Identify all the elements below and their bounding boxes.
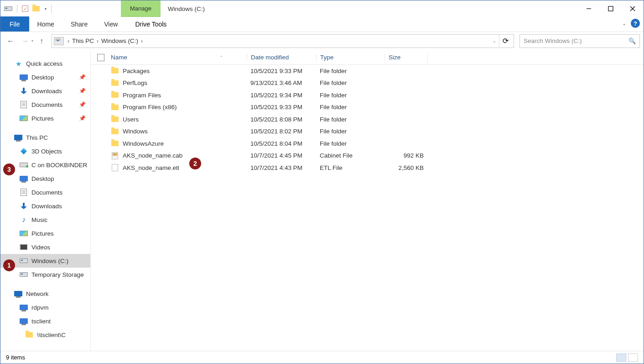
file-type: File folder <box>316 140 384 147</box>
file-type: File folder <box>316 128 384 135</box>
tree-label: Network <box>26 290 49 297</box>
file-tab[interactable]: File <box>0 16 29 32</box>
details-view-button[interactable] <box>616 353 626 362</box>
folder-icon <box>111 115 119 123</box>
tree-temporary-storage[interactable]: Temporary Storage <box>0 268 90 281</box>
tree-videos[interactable]: Videos <box>0 240 90 254</box>
column-name[interactable]: Name⌃ <box>111 54 247 61</box>
column-size[interactable]: Size <box>384 54 427 61</box>
breadcrumb-windows-c[interactable]: Windows (C:) <box>99 37 140 44</box>
tree-label: Windows (C:) <box>31 258 68 264</box>
tree-documents[interactable]: Documents <box>0 185 90 199</box>
file-type: File folder <box>316 104 384 111</box>
tree-downloads-qa[interactable]: Downloads 📌 <box>0 84 90 98</box>
breadcrumb-sep: › <box>67 38 70 44</box>
location-icon <box>54 37 64 45</box>
select-all-checkbox[interactable] <box>97 54 104 61</box>
ribbon: File Home Share View Drive Tools ⌄ ? <box>0 17 644 32</box>
file-name: WindowsAzure <box>123 140 164 147</box>
maximize-button[interactable] <box>600 0 622 17</box>
breadcrumb-sep[interactable]: › <box>96 38 99 44</box>
column-header: Name⌃ Date modified Type Size <box>91 50 644 65</box>
file-row[interactable]: Program Files (x86)10/5/2021 9:33 PMFile… <box>91 101 644 114</box>
tree-label: Music <box>31 216 47 223</box>
file-row[interactable]: PerfLogs9/13/2021 3:46 AMFile folder <box>91 77 644 90</box>
tree-this-pc[interactable]: This PC <box>0 131 90 144</box>
tab-share[interactable]: Share <box>62 16 96 32</box>
file-row[interactable]: AKS_node_name.cab10/7/2021 4:45 PMCabine… <box>91 150 644 162</box>
callout-1: 1 <box>3 259 15 271</box>
file-row[interactable]: Packages10/5/2021 9:33 PMFile folder <box>91 65 644 77</box>
file-name: Packages <box>123 68 150 74</box>
status-bar: 9 items <box>0 351 644 364</box>
tree-desktop[interactable]: Desktop <box>0 172 90 185</box>
drive-icon <box>20 270 28 279</box>
ribbon-expand-icon[interactable]: ⌄ <box>622 21 626 26</box>
history-dropdown-icon[interactable]: ▾ <box>31 39 33 43</box>
checkbox-icon[interactable]: ✓ <box>22 5 28 12</box>
column-type[interactable]: Type <box>316 54 384 61</box>
thumbnails-view-button[interactable] <box>628 353 638 362</box>
file-name: Program Files (x86) <box>123 104 177 111</box>
help-icon[interactable]: ? <box>631 19 640 28</box>
tree-label: Downloads <box>31 203 62 210</box>
minimize-button[interactable] <box>578 0 600 17</box>
tree-network[interactable]: Network <box>0 287 90 301</box>
breadcrumb-this-pc[interactable]: This PC <box>70 37 96 44</box>
tree-documents-qa[interactable]: Documents 📌 <box>0 98 90 111</box>
folder-icon[interactable] <box>32 5 40 13</box>
drive-icon[interactable] <box>4 5 12 13</box>
file-list-pane: Name⌃ Date modified Type Size Packages10… <box>91 50 644 352</box>
file-icon <box>111 164 119 172</box>
search-box[interactable]: 🔍 <box>519 34 640 48</box>
contextual-tab-manage[interactable]: Manage <box>121 0 161 17</box>
back-button[interactable]: ← <box>4 35 17 47</box>
titlebar: ✓ ▾ Manage Windows (C:) <box>0 0 644 17</box>
tree-tsclient-c[interactable]: \\tsclient\C <box>0 328 90 342</box>
file-row[interactable]: Program Files10/5/2021 9:34 PMFile folde… <box>91 89 644 101</box>
forward-button[interactable]: → <box>19 35 31 47</box>
file-type: File folder <box>316 79 384 86</box>
search-icon[interactable]: 🔍 <box>628 37 636 44</box>
file-row[interactable]: Users10/5/2021 8:08 PMFile folder <box>91 113 644 126</box>
document-icon <box>20 188 28 196</box>
file-row[interactable]: Windows10/5/2021 8:02 PMFile folder <box>91 126 644 138</box>
search-input[interactable] <box>524 37 628 44</box>
tree-music[interactable]: ♪Music <box>0 213 90 227</box>
tab-view[interactable]: View <box>96 16 126 32</box>
folder-icon <box>111 91 119 99</box>
download-icon <box>20 87 28 95</box>
file-type: File folder <box>316 116 384 123</box>
tree-rdpvm[interactable]: rdpvm <box>0 301 90 314</box>
breadcrumb-sep[interactable]: › <box>140 38 144 44</box>
refresh-button[interactable]: ⟳ <box>499 35 512 47</box>
computer-icon <box>20 303 28 311</box>
tree-quick-access[interactable]: ★ Quick access <box>0 57 90 70</box>
tree-tsclient[interactable]: tsclient <box>0 314 90 328</box>
file-date: 10/7/2021 4:45 PM <box>247 152 316 159</box>
tree-desktop-qa[interactable]: Desktop 📌 <box>0 70 90 84</box>
file-date: 10/5/2021 9:34 PM <box>247 92 316 99</box>
file-date: 10/5/2021 9:33 PM <box>247 104 316 111</box>
tab-drive-tools[interactable]: Drive Tools <box>128 16 174 32</box>
tree-3d-objects[interactable]: 3D Objects <box>0 144 90 158</box>
tree-label: C on BOOKBINDER <box>31 162 87 169</box>
monitor-icon <box>20 73 28 81</box>
close-button[interactable] <box>622 0 644 17</box>
file-row[interactable]: WindowsAzure10/5/2021 8:04 PMFile folder <box>91 137 644 150</box>
up-button[interactable]: ↑ <box>35 35 48 47</box>
callout-3: 3 <box>3 164 15 175</box>
pictures-icon <box>20 114 28 122</box>
file-name: AKS_node_name.cab <box>123 152 182 159</box>
file-type: File folder <box>316 92 384 99</box>
tree-pictures-qa[interactable]: Pictures 📌 <box>0 111 90 125</box>
file-row[interactable]: AKS_node_name.etl10/7/2021 4:43 PMETL Fi… <box>91 162 644 174</box>
network-drive-icon <box>20 161 28 169</box>
tab-home[interactable]: Home <box>29 16 62 32</box>
address-dropdown-icon[interactable]: ⌄ <box>490 39 499 43</box>
tree-pictures[interactable]: Pictures <box>0 227 90 240</box>
qat-dropdown-icon[interactable]: ▾ <box>45 7 47 11</box>
tree-downloads[interactable]: Downloads <box>0 199 90 213</box>
address-bar[interactable]: › This PC › Windows (C:) › ⌄ ⟳ <box>52 34 514 48</box>
column-date[interactable]: Date modified <box>247 54 316 61</box>
